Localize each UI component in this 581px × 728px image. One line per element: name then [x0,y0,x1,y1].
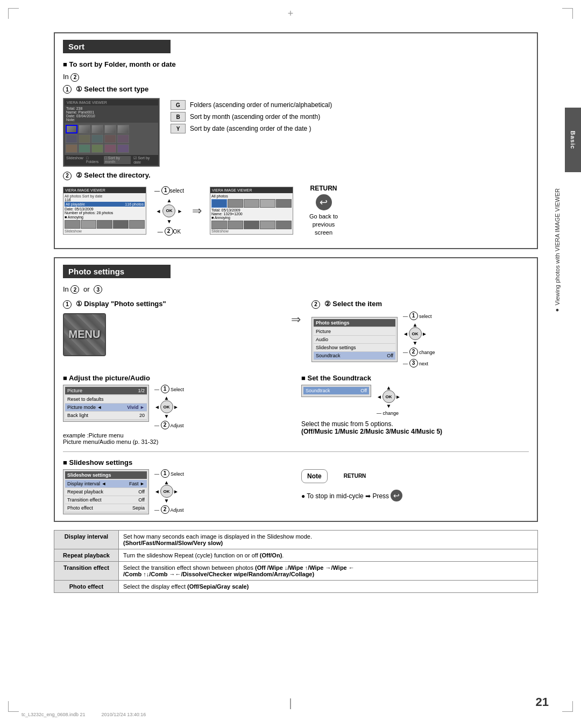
corner-bl [8,701,19,712]
slideshow-ok-diagram: — 1 Select ▲ ▼ ◄ ► OK — 2 Adjust [154,469,184,514]
dir-screen-left: VIERA IMAGE VIEWER All photos Sort by da… [63,187,146,235]
adjust-ok-diagram: — 1 Select ▲ ▼ ◄ ► OK — 2 Adjust [154,385,184,429]
menu-icon: MENU [63,313,106,356]
return-icon: ↩ [316,194,332,210]
adjust-picture-content: Picture 1/2 Reset to defaults Picture mo… [63,385,290,429]
ok-button-slideshow: ▲ ▼ ◄ ► OK [154,479,179,504]
table-row-repeat-playback: Repeat playback Turn the slideshow Repea… [54,549,538,561]
slideshow-col: Slideshow settings Slideshow settings Di… [63,458,290,514]
note-content: Note RETURN ● To stop in mid-cycle ➡ Pre… [301,469,529,504]
soundtrack-panel: Soundtrack Off [301,385,371,397]
settings-panel-row: Photo settings Picture Audio Slideshow s… [311,312,529,367]
text-display-interval: Set how many seconds each image is displ… [119,530,538,549]
menu-display: MENU [63,313,280,356]
select-ok-diagram: — 1select ▲ ▼ ◄ ► OK — 2OK [154,186,184,236]
page-container: Basic ● Viewing photos with VIERA IMAGE … [0,0,581,728]
photo-step1-label: 1 ① Display "Photo settings" [63,300,280,309]
sort-step1-label: 1 ① Select the sort type [63,85,529,94]
ok-button-soundtrack: ▲ ▼ ◄ ► OK [377,385,401,409]
note-bullet-row: ● To stop in mid-cycle ➡ Press ↩ [301,487,402,504]
sort-option-month: B Sort by month (ascending order of the … [171,112,332,122]
corner-tr [562,8,573,19]
label-display-interval: Display interval [54,530,119,549]
photo-step2-col: 2 ② Select the item Photo settings Pictu… [311,296,529,367]
soundtrack-col: Set the Soundtrack Soundtrack Off ▲ [301,374,529,435]
table-row-transition-effect: Transition effect Select the transition … [54,561,538,580]
viera-screen-sort: VIERA IMAGE VIEWER Total: 238 Name: Pane… [63,98,160,167]
label-transition-effect: Transition effect [54,561,119,580]
note-box: Note [301,469,328,483]
note-return-icon: ↩ [391,490,402,501]
note-col: Note RETURN ● To stop in mid-cycle ➡ Pre… [301,458,529,504]
slideshow-panel: Slideshow settings Display interval ◄ Fa… [63,469,149,514]
sort-illustration: VIERA IMAGE VIEWER Total: 238 Name: Pane… [63,98,529,167]
note-header-row: Note RETURN [301,469,366,483]
adjust-picture-col: Adjust the picture/Audio Picture 1/2 Res… [63,374,290,445]
photo-step1-col: 1 ① Display "Photo settings" MENU [63,296,280,361]
side-tab-basic: Basic [565,108,581,172]
text-repeat-playback: Turn the slideshow Repeat (cycle) functi… [119,549,538,561]
table-row-photo-effect: Photo effect Select the display effect (… [54,580,538,592]
text-photo-effect: Select the display effect (Off/Sepia/Gra… [119,580,538,592]
photo-steps-row: 1 ① Display "Photo settings" MENU ⇒ [63,296,529,367]
slideshow-content: Slideshow settings Display interval ◄ Fa… [63,469,290,514]
sort-step2-label: 2 ② Select the directory. [63,171,529,180]
side-vertical-text: ● Viewing photos with VIERA IMAGE VIEWER [554,188,561,314]
note-return-label: RETURN [344,473,366,479]
bottom-center-line [290,698,291,709]
soundtrack-ok-diagram: ▲ ▼ ◄ ► OK — change [377,385,401,416]
adjust-picture-title: Adjust the picture/Audio [63,374,290,382]
text-transition-effect: Select the transition effect shown betwe… [119,561,538,580]
soundtrack-title: Set the Soundtrack [301,374,529,382]
bottom-info: tc_L3232c_eng_0608.indb 21 2010/12/24 13… [22,712,146,717]
photo-settings-header: Photo settings [63,265,171,278]
sort-in-label: In 2 [63,73,529,82]
dir-screen-right: VIERA IMAGE VIEWER All photos Total: 05/… [210,187,293,235]
directory-row: VIERA IMAGE VIEWER All photos Sort by da… [63,185,529,237]
corner-tl [8,8,19,19]
sort-section: Sort ■ To sort by Folder, month or date … [54,32,538,249]
table-row-display-interval: Display interval Set how many seconds ea… [54,530,538,549]
slideshow-note-row: Slideshow settings Slideshow settings Di… [63,458,529,514]
page-number: 21 [536,695,549,709]
settings-ok-diagram: — 1 select ▲ ▼ ◄ ► OK — 2 change — 3 nex… [403,312,435,367]
corner-br [562,701,573,712]
ok-button-select: ▲ ▼ ◄ ► OK [155,197,182,224]
photo-settings-section: Photo settings In 2 or 3 1 ① Display "Ph… [54,257,538,522]
soundtrack-desc: Select the music from 5 options. (Off/Mu… [301,420,529,435]
photo-step-arrow: ⇒ [291,313,301,327]
slideshow-title: Slideshow settings [63,458,290,467]
arrow-to-next-screen: ⇒ [192,204,202,218]
return-section: RETURN ↩ Go back to previous screen [309,185,338,237]
adjust-note: example :Picture menu Picture menu/Audio… [63,432,290,445]
sort-option-folders: G Folders (ascending order of numeric/al… [171,100,332,110]
sort-subtitle: ■ To sort by Folder, month or date [63,60,529,68]
sort-option-date: Y Sort by date (ascending order of the d… [171,124,332,133]
soundtrack-content: Soundtrack Off ▲ ▼ ◄ ► OK [301,385,529,416]
photo-step2-label: 2 ② Select the item [311,300,529,309]
picture-panel: Picture 1/2 Reset to defaults Picture mo… [63,385,149,422]
crosshair-top [285,8,296,19]
adjust-row: Adjust the picture/Audio Picture 1/2 Res… [63,374,529,445]
label-photo-effect: Photo effect [54,580,119,592]
divider [63,451,529,452]
label-repeat-playback: Repeat playback [54,549,119,561]
sort-header: Sort [63,40,171,53]
photo-in-label: In 2 or 3 [63,285,529,294]
info-table: Display interval Set how many seconds ea… [54,530,538,593]
main-content: Sort ■ To sort by Folder, month or date … [43,22,570,604]
ok-button-settings: ▲ ▼ ◄ ► OK [403,322,427,346]
photo-settings-panel: Photo settings Picture Audio Slideshow s… [311,317,398,362]
sort-options: G Folders (ascending order of numeric/al… [171,98,332,136]
ok-button-adjust: ▲ ▼ ◄ ► OK [154,395,179,419]
